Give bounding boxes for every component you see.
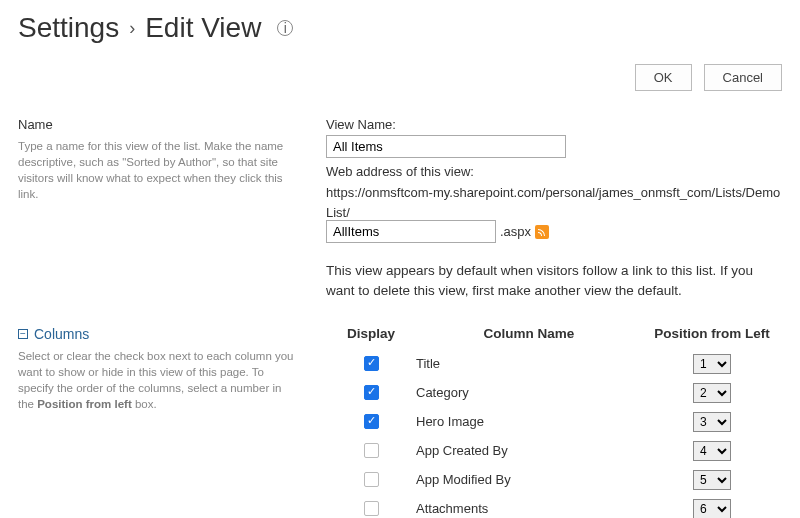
- default-view-note: This view appears by default when visito…: [326, 261, 782, 300]
- web-address-label: Web address of this view:: [326, 164, 782, 179]
- columns-section-desc: Select or clear the check box next to ea…: [18, 348, 298, 412]
- column-name-cell: Title: [416, 356, 642, 371]
- table-row: Hero Image3: [326, 407, 782, 436]
- column-name-cell: App Created By: [416, 443, 642, 458]
- name-section-title: Name: [18, 117, 298, 132]
- ok-button[interactable]: OK: [635, 64, 692, 91]
- display-checkbox[interactable]: [364, 472, 379, 487]
- chevron-right-icon: ›: [129, 18, 135, 39]
- position-select[interactable]: 4: [693, 441, 731, 461]
- web-address-ext: .aspx: [500, 224, 531, 239]
- breadcrumb-settings[interactable]: Settings: [18, 12, 119, 44]
- columns-section-title: Columns: [34, 326, 89, 342]
- info-icon[interactable]: i: [277, 20, 293, 36]
- table-row: Title1: [326, 349, 782, 378]
- display-checkbox[interactable]: [364, 501, 379, 516]
- view-name-input[interactable]: [326, 135, 566, 158]
- action-buttons: OK Cancel: [18, 64, 782, 91]
- column-name-cell: Category: [416, 385, 642, 400]
- display-checkbox[interactable]: [364, 385, 379, 400]
- name-section: Name Type a name for this view of the li…: [18, 117, 782, 300]
- table-row: Attachments6: [326, 494, 782, 518]
- display-checkbox[interactable]: [364, 356, 379, 371]
- table-row: App Modified By5: [326, 465, 782, 494]
- cancel-button[interactable]: Cancel: [704, 64, 782, 91]
- web-address-prefix: https://onmsftcom-my.sharepoint.com/pers…: [326, 183, 782, 222]
- column-name-cell: Attachments: [416, 501, 642, 516]
- view-name-label: View Name:: [326, 117, 782, 132]
- display-checkbox[interactable]: [364, 414, 379, 429]
- rss-icon[interactable]: [535, 225, 549, 239]
- position-select[interactable]: 2: [693, 383, 731, 403]
- columns-header-row: Display Column Name Position from Left: [326, 326, 782, 349]
- web-address-filename-input[interactable]: [326, 220, 496, 243]
- collapse-icon: −: [18, 329, 28, 339]
- columns-section: − Columns Select or clear the check box …: [18, 326, 782, 518]
- header-column-name: Column Name: [416, 326, 642, 341]
- page-title: Edit View: [145, 12, 261, 44]
- display-checkbox[interactable]: [364, 443, 379, 458]
- header-display: Display: [326, 326, 416, 341]
- position-select[interactable]: 6: [693, 499, 731, 518]
- columns-collapse-toggle[interactable]: − Columns: [18, 326, 298, 342]
- table-row: Category2: [326, 378, 782, 407]
- column-name-cell: Hero Image: [416, 414, 642, 429]
- table-row: App Created By4: [326, 436, 782, 465]
- position-select[interactable]: 3: [693, 412, 731, 432]
- page-header: Settings › Edit View i: [18, 12, 782, 44]
- column-name-cell: App Modified By: [416, 472, 642, 487]
- position-select[interactable]: 5: [693, 470, 731, 490]
- header-position: Position from Left: [642, 326, 782, 341]
- position-select[interactable]: 1: [693, 354, 731, 374]
- name-section-desc: Type a name for this view of the list. M…: [18, 138, 298, 202]
